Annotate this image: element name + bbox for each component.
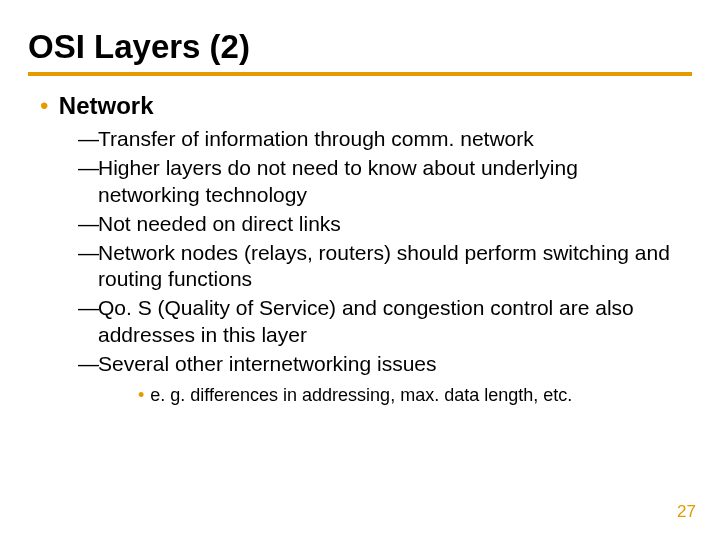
dash-icon: —: [78, 126, 99, 153]
level2-text: Not needed on direct links: [98, 212, 341, 235]
level2-text: Higher layers do not need to know about …: [98, 156, 578, 206]
level3-text: e. g. differences in addressing, max. da…: [150, 385, 572, 405]
title-block: OSI Layers (2): [28, 28, 692, 76]
dash-icon: —: [78, 351, 99, 378]
level2-item: —Higher layers do not need to know about…: [78, 155, 680, 209]
level3-list: •e. g. differences in addressing, max. d…: [138, 384, 680, 407]
level2-item: —Network nodes (relays, routers) should …: [78, 240, 680, 294]
level2-text: Transfer of information through comm. ne…: [98, 127, 534, 150]
level2-list: —Transfer of information through comm. n…: [78, 126, 680, 407]
bullet-icon: •: [40, 94, 48, 118]
page-number: 27: [677, 502, 696, 522]
level2-item: —Not needed on direct links: [78, 211, 680, 238]
level2-item: —Transfer of information through comm. n…: [78, 126, 680, 153]
dash-icon: —: [78, 295, 99, 322]
level1-heading: Network: [59, 92, 154, 119]
level2-item: —Qo. S (Quality of Service) and congesti…: [78, 295, 680, 349]
dash-icon: —: [78, 211, 99, 238]
level2-text: Several other internetworking issues: [98, 352, 437, 375]
level2-item: —Several other internetworking issues: [78, 351, 680, 378]
level2-text: Network nodes (relays, routers) should p…: [98, 241, 670, 291]
slide: OSI Layers (2) • Network —Transfer of in…: [0, 0, 720, 540]
dash-icon: —: [78, 155, 99, 182]
slide-title: OSI Layers (2): [28, 28, 692, 66]
slide-body: • Network —Transfer of information throu…: [40, 92, 680, 407]
dash-icon: —: [78, 240, 99, 267]
bullet-icon: •: [138, 384, 144, 407]
level1-item: • Network: [40, 92, 680, 120]
title-rule: [28, 72, 692, 76]
level3-item: •e. g. differences in addressing, max. d…: [138, 384, 680, 407]
level2-text: Qo. S (Quality of Service) and congestio…: [98, 296, 634, 346]
